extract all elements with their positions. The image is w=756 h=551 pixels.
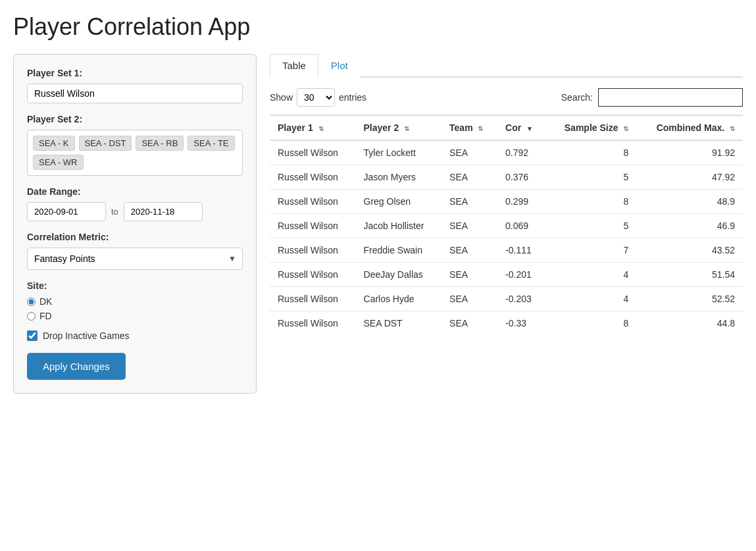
cell-player2: Jason Myers: [356, 165, 442, 190]
site-dk-label: DK: [39, 296, 52, 307]
cell-team: SEA: [441, 263, 497, 287]
cell-team: SEA: [441, 214, 497, 238]
app-title: Player Correlation App: [13, 13, 743, 41]
col-sample-size[interactable]: Sample Size ⇅: [546, 115, 636, 140]
apply-changes-button[interactable]: Apply Changes: [27, 353, 126, 380]
data-table: Player 1 ⇅ Player 2 ⇅ Team ⇅ Cor ▼ Sampl: [270, 115, 743, 335]
search-input[interactable]: [598, 88, 743, 107]
cell-combined-max: 51.54: [636, 263, 743, 287]
correlation-metric-select[interactable]: Fantasy Points DK Points FD Points: [27, 248, 243, 270]
cell-cor: -0.203: [497, 287, 546, 311]
sort-icon-player1: ⇅: [318, 125, 324, 132]
table-row: Russell Wilson Jason Myers SEA 0.376 5 4…: [270, 165, 743, 190]
date-range-label: Date Range:: [27, 186, 243, 197]
date-from-input[interactable]: [27, 202, 106, 221]
show-entries: Show 10 25 30 50 100 entries: [270, 88, 366, 107]
search-box: Search:: [561, 88, 743, 107]
search-label: Search:: [561, 92, 593, 103]
cell-cor: 0.299: [497, 190, 546, 214]
site-fd-radio[interactable]: [27, 312, 36, 321]
drop-inactive-label: Drop Inactive Games: [43, 330, 130, 341]
cell-player1: Russell Wilson: [270, 287, 356, 311]
date-sep: to: [111, 207, 118, 217]
correlation-metric-wrapper: Fantasy Points DK Points FD Points ▼: [27, 248, 243, 270]
cell-player1: Russell Wilson: [270, 165, 356, 190]
cell-cor: -0.201: [497, 263, 546, 287]
tag-sea-rb: SEA - RB: [136, 136, 184, 151]
table-head: Player 1 ⇅ Player 2 ⇅ Team ⇅ Cor ▼ Sampl: [270, 115, 743, 140]
sort-icon-cor: ▼: [526, 125, 533, 132]
tag-sea-wr: SEA - WR: [33, 155, 84, 170]
entries-select[interactable]: 10 25 30 50 100: [297, 88, 335, 107]
show-label: Show: [270, 92, 293, 103]
cell-player1: Russell Wilson: [270, 311, 356, 336]
player-set-2-tags: SEA - K SEA - DST SEA - RB SEA - TE SEA …: [27, 130, 243, 176]
cell-sample-size: 5: [546, 214, 636, 238]
correlation-metric-label: Correlation Metric:: [27, 232, 243, 242]
tab-plot[interactable]: Plot: [318, 54, 361, 78]
player-set-1-input[interactable]: [27, 84, 243, 103]
table-row: Russell Wilson Carlos Hyde SEA -0.203 4 …: [270, 287, 743, 311]
tag-sea-k: SEA - K: [33, 136, 75, 151]
cell-player2: SEA DST: [356, 311, 442, 336]
table-controls: Show 10 25 30 50 100 entries Search:: [270, 88, 743, 107]
cell-player2: DeeJay Dallas: [356, 263, 442, 287]
table-body: Russell Wilson Tyler Lockett SEA 0.792 8…: [270, 140, 743, 335]
cell-player1: Russell Wilson: [270, 263, 356, 287]
cell-sample-size: 8: [546, 190, 636, 214]
cell-player2: Jacob Hollister: [356, 214, 442, 238]
date-range-row: to: [27, 202, 243, 221]
cell-sample-size: 4: [546, 287, 636, 311]
main-layout: Player Set 1: Player Set 2: SEA - K SEA …: [13, 54, 743, 394]
cell-player2: Freddie Swain: [356, 238, 442, 263]
cell-sample-size: 8: [546, 311, 636, 336]
cell-cor: -0.111: [497, 238, 546, 263]
player-set-1-label: Player Set 1:: [27, 68, 243, 78]
cell-combined-max: 48.9: [636, 190, 743, 214]
cell-team: SEA: [441, 238, 497, 263]
site-dk-row: DK: [27, 296, 243, 307]
cell-cor: 0.376: [497, 165, 546, 190]
table-row: Russell Wilson SEA DST SEA -0.33 8 44.8: [270, 311, 743, 336]
cell-team: SEA: [441, 287, 497, 311]
site-fd-label: FD: [39, 311, 52, 321]
cell-combined-max: 43.52: [636, 238, 743, 263]
table-row: Russell Wilson Greg Olsen SEA 0.299 8 48…: [270, 190, 743, 214]
tabs: Table Plot: [270, 54, 743, 78]
cell-combined-max: 44.8: [636, 311, 743, 336]
cell-player1: Russell Wilson: [270, 238, 356, 263]
cell-player2: Carlos Hyde: [356, 287, 442, 311]
cell-player2: Tyler Lockett: [356, 140, 442, 165]
sort-icon-player2: ⇅: [404, 125, 409, 132]
tag-sea-te: SEA - TE: [188, 136, 234, 151]
cell-sample-size: 8: [546, 140, 636, 165]
site-dk-radio[interactable]: [27, 298, 36, 306]
cell-team: SEA: [441, 165, 497, 190]
cell-sample-size: 7: [546, 238, 636, 263]
site-section: Site: DK FD: [27, 280, 243, 321]
tag-sea-dst: SEA - DST: [79, 136, 132, 151]
drop-inactive-checkbox[interactable]: [27, 330, 38, 341]
table-header-row: Player 1 ⇅ Player 2 ⇅ Team ⇅ Cor ▼ Sampl: [270, 115, 743, 140]
cell-cor: -0.33: [497, 311, 546, 336]
cell-combined-max: 47.92: [636, 165, 743, 190]
date-to-input[interactable]: [124, 202, 203, 221]
table-row: Russell Wilson Freddie Swain SEA -0.111 …: [270, 238, 743, 263]
cell-player1: Russell Wilson: [270, 190, 356, 214]
tab-table[interactable]: Table: [270, 54, 318, 78]
col-combined-max[interactable]: Combined Max. ⇅: [636, 115, 743, 140]
player-set-2-label: Player Set 2:: [27, 114, 243, 124]
col-cor[interactable]: Cor ▼: [497, 115, 546, 140]
cell-team: SEA: [441, 311, 497, 336]
col-player1[interactable]: Player 1 ⇅: [270, 115, 356, 140]
cell-team: SEA: [441, 190, 497, 214]
col-player2[interactable]: Player 2 ⇅: [356, 115, 442, 140]
entries-label: entries: [339, 92, 366, 103]
cell-player1: Russell Wilson: [270, 214, 356, 238]
table-row: Russell Wilson Jacob Hollister SEA 0.069…: [270, 214, 743, 238]
col-team[interactable]: Team ⇅: [441, 115, 497, 140]
cell-cor: 0.069: [497, 214, 546, 238]
cell-player2: Greg Olsen: [356, 190, 442, 214]
drop-inactive-row: Drop Inactive Games: [27, 330, 243, 341]
site-label: Site:: [27, 280, 243, 291]
